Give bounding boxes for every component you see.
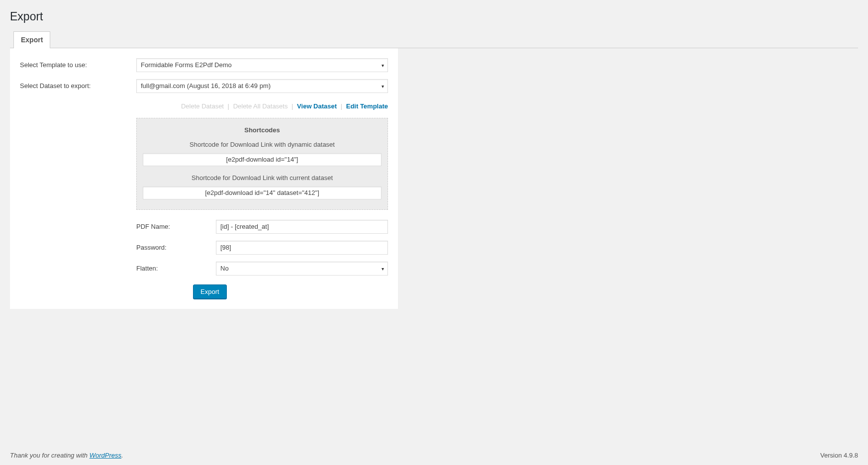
delete-all-datasets-link[interactable]: Delete All Datasets xyxy=(233,102,288,110)
pdf-name-input[interactable] xyxy=(216,220,388,234)
footer: Thank you for creating with WordPress. V… xyxy=(0,446,868,465)
export-button[interactable]: Export xyxy=(193,284,227,299)
shortcode-dynamic-input[interactable] xyxy=(143,153,382,166)
shortcode-current-desc: Shortcode for Download Link with current… xyxy=(143,174,382,182)
template-select[interactable]: Formidable Forms E2Pdf Demo xyxy=(136,58,388,72)
dataset-select[interactable]: full@gmail.com (August 16, 2018 at 6:49 … xyxy=(136,79,388,93)
footer-thanks: Thank you for creating with xyxy=(10,452,90,459)
flatten-label: Flatten: xyxy=(136,265,216,272)
template-label: Select Template to use: xyxy=(20,61,136,69)
password-input[interactable] xyxy=(216,241,388,255)
shortcodes-title: Shortcodes xyxy=(143,126,382,134)
dataset-actions: Delete Dataset | Delete All Datasets | V… xyxy=(136,100,388,118)
separator: | xyxy=(228,102,229,110)
separator: | xyxy=(341,102,342,110)
separator: | xyxy=(291,102,293,110)
flatten-select[interactable]: No xyxy=(216,262,388,276)
export-panel: Select Template to use: Formidable Forms… xyxy=(10,48,398,309)
page-title: Export xyxy=(10,5,858,26)
password-label: Password: xyxy=(136,244,216,251)
delete-dataset-link[interactable]: Delete Dataset xyxy=(181,102,224,110)
dataset-label: Select Dataset to export: xyxy=(20,82,136,90)
footer-period: . xyxy=(121,452,123,459)
shortcode-current-input[interactable] xyxy=(143,186,382,199)
shortcode-dynamic-desc: Shortcode for Download Link with dynamic… xyxy=(143,141,382,148)
tab-wrapper: Export xyxy=(10,31,858,48)
wordpress-link[interactable]: WordPress xyxy=(90,452,121,459)
pdf-name-label: PDF Name: xyxy=(136,223,216,230)
shortcodes-box: Shortcodes Shortcode for Download Link w… xyxy=(136,118,388,210)
tab-export[interactable]: Export xyxy=(13,31,50,48)
view-dataset-link[interactable]: View Dataset xyxy=(297,102,337,110)
edit-template-link[interactable]: Edit Template xyxy=(346,102,388,110)
version-text: Version 4.9.8 xyxy=(820,452,858,459)
